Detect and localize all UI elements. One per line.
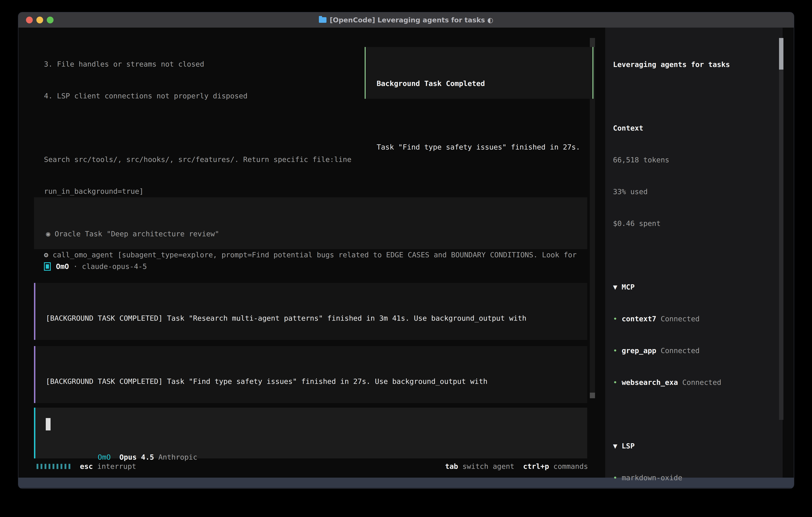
spinner-dots-icon: [36, 464, 70, 469]
window-right-margin: [783, 28, 794, 478]
session-title: Leveraging agents for tasks: [613, 59, 777, 70]
esc-key-hint: esc: [80, 461, 93, 472]
message-card: [BACKGROUND TASK COMPLETED] Task "Resear…: [34, 283, 587, 340]
window-title: [OpenCode] Leveraging agents for tasks ◐: [330, 16, 493, 24]
omo-agent-icon: [44, 262, 51, 271]
sidebar-scrollbar[interactable]: [779, 38, 783, 420]
input-provider: Anthropic: [158, 453, 197, 461]
mcp-name: context7: [621, 315, 656, 323]
mcp-status: Connected: [661, 347, 699, 355]
mcp-name: websearch_exa: [621, 378, 678, 386]
context-spent: $0.46 spent: [613, 218, 777, 229]
input-agent-name: OmO: [98, 453, 111, 461]
context-heading: Context: [613, 123, 777, 133]
message-line: [BACKGROUND TASK COMPLETED] Task "Resear…: [46, 313, 587, 324]
sidebar-scrollbar-thumb[interactable]: [779, 38, 783, 70]
chat-scrollbar-segment[interactable]: [590, 38, 595, 47]
folder-icon: [319, 17, 326, 23]
transcript-line: run_in_background=true]: [44, 186, 577, 196]
mcp-status: Connected: [661, 315, 699, 323]
fisheye-icon: ◉: [46, 230, 50, 238]
status-bar: esc interrupt tab switch agent ctrl+p co…: [36, 461, 588, 472]
bullet-icon: •: [613, 347, 617, 355]
toast-title: Background Task Completed: [377, 78, 592, 89]
titlebar: [OpenCode] Leveraging agents for tasks ◐: [19, 12, 794, 28]
context-tokens: 66,518 tokens: [613, 155, 777, 165]
agent-model: claude-opus-4-5: [82, 261, 147, 272]
mcp-item: • context7 Connected: [613, 314, 777, 324]
bullet-icon: •: [613, 315, 617, 323]
prompt-input[interactable]: OmO Opus 4.5 Anthropic: [34, 408, 587, 458]
tab-key-hint: tab: [445, 461, 458, 472]
ctrlp-key-label: commands: [553, 461, 588, 472]
agent-name: OmO: [56, 261, 69, 272]
message-card: [BACKGROUND TASK COMPLETED] Task "Find t…: [34, 346, 587, 403]
mcp-item: • grep_app Connected: [613, 345, 777, 356]
lsp-name: markdown-oxide: [621, 473, 682, 482]
window-title-wrap: [OpenCode] Leveraging agents for tasks ◐: [19, 16, 794, 24]
chat-area: 3. File handles or streams not closed 4.…: [19, 28, 605, 478]
tab-key-label: switch agent: [462, 461, 514, 472]
mcp-name: grep_app: [621, 347, 656, 355]
status-right: tab switch agent ctrl+p commands: [445, 461, 588, 472]
oracle-title-line: ◉ Oracle Task "Deep architecture review": [46, 228, 587, 239]
oracle-title: Oracle Task "Deep architecture review": [55, 230, 219, 238]
chat-scrollbar-thumb[interactable]: [590, 393, 595, 398]
context-used: 33% used: [613, 186, 777, 197]
ctrlp-key-hint: ctrl+p: [523, 461, 549, 472]
background-task-toast: Background Task Completed Task "Find typ…: [365, 47, 593, 99]
esc-key-label: interrupt: [97, 461, 136, 472]
bullet-icon: •: [613, 473, 617, 482]
status-left: esc interrupt: [36, 461, 136, 472]
toast-body: Task "Find type safety issues" finished …: [377, 142, 592, 152]
sidebar: Leveraging agents for tasks Context 66,5…: [605, 28, 783, 478]
sidebar-content: Leveraging agents for tasks Context 66,5…: [613, 38, 777, 489]
text-cursor: [46, 418, 51, 430]
input-model-name: Opus 4.5: [119, 453, 154, 461]
agent-separator: ·: [73, 261, 78, 272]
mcp-section-toggle[interactable]: ▼ MCP: [613, 282, 777, 292]
agent-header: OmO · claude-opus-4-5: [44, 261, 147, 272]
oracle-task-box: ◉ Oracle Task "Deep architecture review"…: [34, 197, 587, 249]
message-line: [BACKGROUND TASK COMPLETED] Task "Find t…: [46, 376, 587, 387]
lsp-item: • markdown-oxide: [613, 472, 777, 483]
terminal-window: [OpenCode] Leveraging agents for tasks ◐…: [18, 12, 794, 489]
bullet-icon: •: [613, 378, 617, 386]
mcp-item: • websearch_exa Connected: [613, 377, 777, 388]
mcp-status: Connected: [682, 378, 721, 386]
screen: [OpenCode] Leveraging agents for tasks ◐…: [0, 0, 812, 517]
lsp-section-toggle[interactable]: ▼ LSP: [613, 441, 777, 451]
